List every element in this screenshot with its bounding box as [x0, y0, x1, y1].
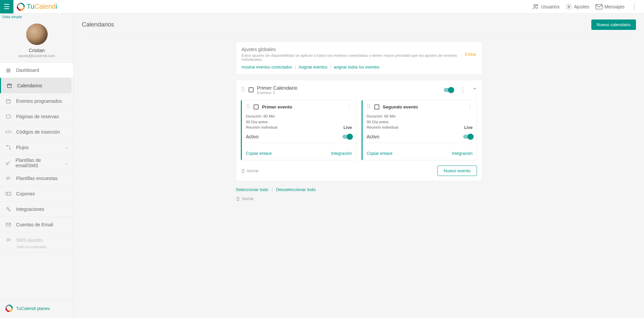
top-actions: Usuarios Ajustes Mensajes ⋮: [532, 3, 644, 10]
svg-point-0: [534, 4, 536, 6]
calendar-card: ⠿ Primer Calendario Eventos: 2 ⋮ ⌃: [236, 80, 482, 181]
logo[interactable]: TuCalendi: [13, 3, 57, 11]
bulk-delete[interactable]: borrar: [236, 196, 482, 201]
divider: [363, 143, 477, 143]
copy-link[interactable]: Copiar enlace: [367, 151, 392, 156]
hamburger-button[interactable]: ☰: [0, 0, 13, 13]
event-days: 90 Día antes: [246, 119, 352, 125]
logo-icon: [15, 1, 26, 12]
event-checkbox[interactable]: [254, 104, 259, 109]
svg-point-8: [9, 148, 10, 149]
assign-events-link[interactable]: Asignar eventos: [299, 65, 327, 70]
show-connected-events-link[interactable]: mostrar eventos conectados: [241, 65, 292, 70]
topbar-more-icon[interactable]: ⋮: [631, 3, 638, 10]
event-title: Primer evento: [262, 104, 292, 109]
drag-handle-icon[interactable]: ⠿: [246, 105, 250, 109]
calendar-head: ⠿ Primer Calendario Eventos: 2 ⋮ ⌃: [241, 85, 477, 95]
settings-link[interactable]: Ajustes: [566, 3, 589, 10]
sidebar-item-surveys[interactable]: Plantillas encuestas: [0, 171, 73, 186]
sidebar-footer-plans[interactable]: TuCalendi planes: [0, 300, 73, 318]
global-settings-desc: Estos ajustes de disponibilidad se aplic…: [241, 53, 465, 61]
trash-icon: [236, 196, 240, 201]
separator: |: [272, 187, 273, 192]
copy-link[interactable]: Copiar enlace: [246, 151, 272, 156]
integration-link[interactable]: Integración: [452, 151, 473, 156]
logo-part3: i: [56, 3, 57, 10]
event-active-label: Activo: [246, 134, 259, 139]
svg-point-10: [7, 207, 8, 209]
assign-all-events-link[interactable]: asignar todos los eventos: [334, 65, 379, 70]
sidebar-item-label: Cuentas de Email: [16, 222, 53, 227]
event-active-toggle[interactable]: [342, 135, 352, 139]
chevron-down-icon: ⌄: [65, 161, 68, 165]
divider: [242, 143, 356, 143]
envelope-icon: [595, 4, 603, 9]
integrations-icon: [5, 207, 11, 212]
calendar-more-icon[interactable]: ⋮: [459, 86, 467, 94]
simple-view-link[interactable]: Vista simple: [0, 13, 73, 20]
svg-rect-9: [6, 192, 11, 195]
svg-point-7: [6, 145, 7, 146]
svg-rect-3: [596, 4, 602, 9]
sidebar-item-label: Páginas de reservas: [16, 114, 59, 119]
event-type: Reunión individual: [367, 125, 398, 131]
sidebar-item-email-accounts[interactable]: Cuentas de Email: [0, 217, 73, 232]
separator: |: [330, 65, 331, 70]
avatar[interactable]: [26, 24, 48, 45]
new-calendar-button[interactable]: Nuevo calendario: [591, 19, 636, 30]
sidebar-item-flows[interactable]: Flujos ⌄: [0, 140, 73, 155]
global-settings-card: Ajustes globales Estos ajustes de dispon…: [236, 42, 482, 75]
event-more-icon[interactable]: ⋮: [467, 104, 473, 110]
event-live-badge: Live: [343, 125, 352, 131]
sidebar-item-booking-pages[interactable]: Páginas de reservas: [0, 109, 73, 124]
event-more-icon[interactable]: ⋮: [346, 104, 352, 110]
event-duration: Duración: 60 Min: [246, 113, 352, 119]
events-row: ⠿ Primer evento ⋮ Duración: 60 Min 90 Dí…: [241, 100, 477, 160]
calendar-title: Primer Calendario: [257, 85, 298, 91]
sidebar-item-scheduled[interactable]: Eventos programados: [0, 93, 73, 109]
calendar-subtitle: Eventos: 2: [257, 91, 298, 95]
sidebar-item-embed[interactable]: </> Códigos de inserción: [0, 124, 73, 140]
deselect-all-link[interactable]: Desseleccionar todo: [276, 187, 316, 192]
svg-rect-5: [6, 99, 10, 103]
survey-icon: [5, 176, 11, 181]
event-live-badge: Live: [464, 125, 473, 131]
calendar-delete[interactable]: borrar: [241, 168, 259, 173]
page-icon: [5, 114, 11, 119]
topbar: ☰ TuCalendi Usuarios Ajustes Mensajes ⋮: [0, 0, 644, 13]
separator: |: [295, 65, 296, 70]
sidebar-item-templates[interactable]: Plantillas de email/SMS ⌄: [0, 155, 73, 171]
profile-name: Cristian: [29, 48, 45, 53]
selection-row: Seleccionar todo | Desseleccionar todo: [236, 187, 482, 192]
profile-block: Cristian ayuda@tucalendi.com: [0, 20, 73, 62]
drag-handle-icon[interactable]: ⠿: [241, 88, 245, 92]
select-all-link[interactable]: Seleccionar todo: [236, 187, 268, 192]
integration-link[interactable]: Integración: [331, 151, 352, 156]
calendar-checkbox[interactable]: [249, 87, 254, 92]
new-event-button[interactable]: Nuevo evento: [437, 166, 477, 176]
svg-point-1: [536, 4, 538, 6]
event-checkbox[interactable]: [374, 104, 379, 109]
hamburger-icon: ☰: [4, 3, 10, 11]
global-edit-link[interactable]: Editar: [465, 52, 476, 57]
drag-handle-icon[interactable]: ⠿: [367, 105, 371, 109]
event-active-toggle[interactable]: [463, 135, 473, 139]
logo-part1: Tu: [27, 3, 35, 10]
nav: ▦ Dashboard Calendarios Eventos programa…: [0, 62, 73, 300]
svg-point-2: [568, 6, 570, 7]
sidebar-item-dashboard[interactable]: ▦ Dashboard: [0, 62, 73, 78]
check-icon: [5, 161, 11, 165]
sidebar-item-calendars[interactable]: Calendarios: [0, 78, 71, 93]
main-header: Calendarios Nuevo calendario: [82, 19, 636, 36]
sms-icon: [5, 237, 11, 243]
messages-link[interactable]: Mensajes: [595, 4, 625, 9]
sidebar: Vista simple Cristian ayuda@tucalendi.co…: [0, 13, 74, 318]
chevron-up-icon[interactable]: ⌃: [473, 87, 477, 93]
calendar-toggle[interactable]: [444, 88, 453, 92]
chevron-down-icon: ⌄: [65, 145, 68, 150]
delete-label: borrar: [242, 196, 254, 201]
logo-icon: [4, 303, 14, 313]
sidebar-item-integrations[interactable]: Integraciones: [0, 201, 73, 217]
sidebar-item-coupons[interactable]: Cupones: [0, 186, 73, 201]
users-link[interactable]: Usuarios: [532, 4, 559, 10]
